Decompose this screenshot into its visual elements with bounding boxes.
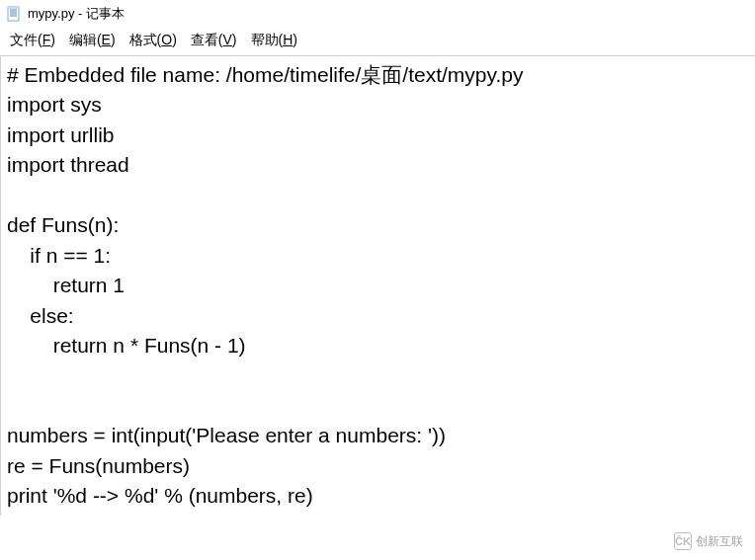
- menu-view[interactable]: 查看(V): [191, 32, 237, 49]
- text-editor-area[interactable]: # Embedded file name: /home/timelife/桌面/…: [0, 56, 755, 516]
- menu-file[interactable]: 文件(F): [10, 32, 55, 49]
- menubar: 文件(F) 编辑(E) 格式(O) 查看(V) 帮助(H): [0, 28, 755, 56]
- notepad-icon: [6, 6, 22, 22]
- menu-edit[interactable]: 编辑(E): [69, 32, 116, 49]
- window-title: mypy.py - 记事本: [28, 5, 125, 23]
- titlebar: mypy.py - 记事本: [0, 0, 755, 28]
- svg-rect-5: [8, 7, 19, 9]
- menu-format[interactable]: 格式(O): [129, 32, 177, 49]
- watermark-icon: ĈK: [674, 532, 692, 550]
- menu-help[interactable]: 帮助(H): [251, 32, 297, 49]
- watermark-text: 创新互联: [696, 533, 743, 550]
- watermark: ĈK 创新互联: [670, 530, 747, 552]
